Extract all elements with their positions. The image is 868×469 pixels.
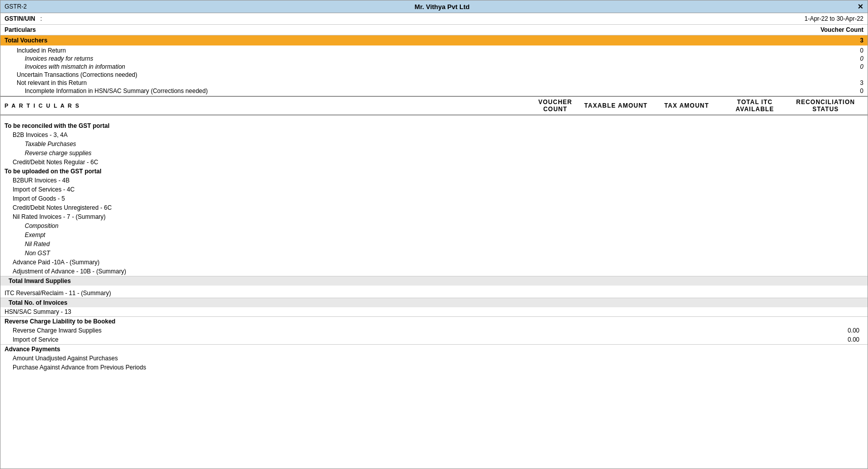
- date-range: 1-Apr-22 to 30-Apr-22: [804, 15, 863, 22]
- import-goods-label: Import of Goods - 5: [13, 195, 863, 202]
- not-relevant-value: 3: [843, 79, 863, 86]
- hsn-sac-label: HSN/SAC Summary - 13: [5, 308, 863, 315]
- b2bur-invoices-label: B2BUR Invoices - 4B: [13, 177, 863, 184]
- taxable-purchases-label: Taxable Purchases: [25, 140, 863, 148]
- total-invoices-label: Total No. of Invoices: [5, 299, 863, 306]
- particulars-header-label: Particulars: [5, 26, 36, 33]
- total-inward-row: Total Inward Supplies: [1, 276, 867, 286]
- gstin-label: GSTIN/UIN :: [5, 15, 42, 22]
- amount-unadjusted-row: Amount Unadjusted Against Purchases: [1, 354, 867, 363]
- invoices-ready-value: 0: [843, 55, 863, 62]
- exempt-row: Exempt: [1, 230, 867, 240]
- voucher-count-header-label: Voucher Count: [821, 26, 863, 33]
- to-reconcile-row: To be reconciled with the GST portal: [1, 121, 867, 130]
- total-vouchers-label: Total Vouchers: [5, 37, 47, 44]
- total-vouchers-row: Total Vouchers 3: [1, 35, 867, 45]
- incomplete-info-row: Incomplete Information in HSN/SAC Summar…: [1, 87, 867, 95]
- not-relevant-label: Not relevant in this Return: [5, 79, 843, 86]
- credit-debit-regular-row: Credit/Debit Notes Regular - 6C: [1, 158, 867, 167]
- advance-paid-label: Advance Paid -10A - (Summary): [13, 259, 863, 266]
- col-taxable-amount-header: Taxable Amount: [581, 102, 651, 109]
- uncertain-transactions-row: Uncertain Transactions (Corrections need…: [1, 71, 867, 79]
- incomplete-info-label: Incomplete Information in HSN/SAC Summar…: [5, 87, 843, 95]
- non-gst-label: Non GST: [25, 250, 863, 257]
- import-service-row: Import of Service 0.00: [1, 335, 867, 344]
- nil-rated-label: Nil Rated: [25, 241, 863, 248]
- credit-debit-regular-label: Credit/Debit Notes Regular - 6C: [13, 159, 863, 166]
- main-content: To be reconciled with the GST portal B2B…: [1, 115, 867, 468]
- window-title-center: Mr. Vithya Pvt Ltd: [415, 3, 470, 11]
- itc-reversal-label: ITC Reversal/Reclaim - 11 - (Summary): [5, 290, 863, 297]
- advance-paid-row: Advance Paid -10A - (Summary): [1, 258, 867, 267]
- col-particulars-header: P a r t i c u l a r s: [5, 103, 530, 109]
- import-goods-row: Import of Goods - 5: [1, 194, 867, 203]
- incomplete-info-value: 0: [843, 87, 863, 95]
- gstin-row: GSTIN/UIN : 1-Apr-22 to 30-Apr-22: [1, 13, 867, 25]
- composition-row: Composition: [1, 221, 867, 230]
- nil-rated-invoices-row: Nil Rated Invoices - 7 - (Summary): [1, 212, 867, 221]
- nil-rated-row: Nil Rated: [1, 240, 867, 249]
- close-button[interactable]: ✕: [857, 3, 863, 11]
- included-in-return-row: Included in Return 0: [1, 46, 867, 55]
- total-invoices-row: Total No. of Invoices: [1, 298, 867, 307]
- gstin-text: GSTIN/UIN: [5, 15, 35, 22]
- columns-header: P a r t i c u l a r s Voucher Count Taxa…: [1, 96, 867, 115]
- uncertain-transactions-label: Uncertain Transactions (Corrections need…: [5, 71, 843, 78]
- invoices-ready-row: Invoices ready for returns 0: [1, 55, 867, 63]
- to-upload-row: To be uploaded on the GST portal: [1, 167, 867, 176]
- total-inward-label: Total Inward Supplies: [5, 277, 863, 285]
- included-in-return-label: Included in Return: [5, 47, 843, 54]
- credit-debit-unreg-label: Credit/Debit Notes Unregistered - 6C: [13, 204, 863, 211]
- advance-payments-row: Advance Payments: [1, 344, 867, 354]
- particulars-header: Particulars Voucher Count: [1, 25, 867, 35]
- purchase-against-advance-row: Purchase Against Advance from Previous P…: [1, 363, 867, 372]
- reverse-charge-inward-row: Reverse Charge Inward Supplies 0.00: [1, 326, 867, 335]
- import-service-label: Import of Service: [13, 336, 809, 343]
- main-window: GSTR-2 Mr. Vithya Pvt Ltd ✕ GSTIN/UIN : …: [0, 0, 868, 469]
- reverse-charge-liability-row: Reverse Charge Liability to be Booked: [1, 316, 867, 326]
- reverse-charge-inward-value: 0.00: [809, 327, 859, 334]
- b2bur-invoices-row: B2BUR Invoices - 4B: [1, 176, 867, 185]
- purchase-against-advance-label: Purchase Against Advance from Previous P…: [13, 364, 863, 371]
- col-voucher-count-header: Voucher Count: [530, 99, 581, 113]
- taxable-purchases-row: Taxable Purchases: [1, 139, 867, 149]
- reverse-charge-liability-label: Reverse Charge Liability to be Booked: [5, 318, 863, 325]
- col-reconciliation-header: Reconciliation Status: [788, 99, 863, 113]
- invoices-mismatch-value: 0: [843, 63, 863, 70]
- itc-reversal-row: ITC Reversal/Reclaim - 11 - (Summary): [1, 289, 867, 298]
- col-total-itc-header: Total ITC Available: [722, 99, 788, 113]
- to-upload-label: To be uploaded on the GST portal: [5, 168, 863, 175]
- b2b-invoices-row: B2B Invoices - 3, 4A: [1, 130, 867, 139]
- invoices-mismatch-row: Invoices with mismatch in information 0: [1, 63, 867, 71]
- non-gst-row: Non GST: [1, 249, 867, 258]
- composition-label: Composition: [25, 222, 863, 229]
- adjustment-advance-row: Adjustment of Advance - 10B - (Summary): [1, 267, 867, 276]
- gstin-separator: :: [40, 15, 42, 22]
- total-vouchers-value: 3: [860, 37, 863, 44]
- window-title-left: GSTR-2: [5, 3, 27, 10]
- not-relevant-row: Not relevant in this Return 3: [1, 79, 867, 87]
- invoices-mismatch-label: Invoices with mismatch in information: [5, 63, 843, 70]
- hsn-sac-row: HSN/SAC Summary - 13: [1, 307, 867, 316]
- credit-debit-unreg-row: Credit/Debit Notes Unregistered - 6C: [1, 203, 867, 212]
- b2b-invoices-label: B2B Invoices - 3, 4A: [13, 131, 863, 138]
- amount-unadjusted-label: Amount Unadjusted Against Purchases: [13, 355, 863, 362]
- reverse-charge-supplies-row: Reverse charge supplies: [1, 149, 867, 158]
- adjustment-advance-label: Adjustment of Advance - 10B - (Summary): [13, 268, 863, 275]
- advance-payments-label: Advance Payments: [5, 346, 863, 353]
- reverse-charge-supplies-label: Reverse charge supplies: [25, 150, 863, 157]
- invoices-ready-label: Invoices ready for returns: [5, 55, 843, 62]
- exempt-label: Exempt: [25, 231, 863, 239]
- summary-section: Included in Return 0 Invoices ready for …: [1, 45, 867, 96]
- reverse-charge-inward-label: Reverse Charge Inward Supplies: [13, 327, 809, 334]
- import-services-row: Import of Services - 4C: [1, 185, 867, 194]
- title-bar: GSTR-2 Mr. Vithya Pvt Ltd ✕: [1, 1, 867, 13]
- import-service-value: 0.00: [809, 336, 859, 343]
- col-tax-amount-header: Tax Amount: [651, 102, 722, 109]
- included-in-return-value: 0: [843, 47, 863, 54]
- to-reconcile-label: To be reconciled with the GST portal: [5, 122, 863, 129]
- nil-rated-invoices-label: Nil Rated Invoices - 7 - (Summary): [13, 213, 863, 220]
- import-services-label: Import of Services - 4C: [13, 186, 863, 193]
